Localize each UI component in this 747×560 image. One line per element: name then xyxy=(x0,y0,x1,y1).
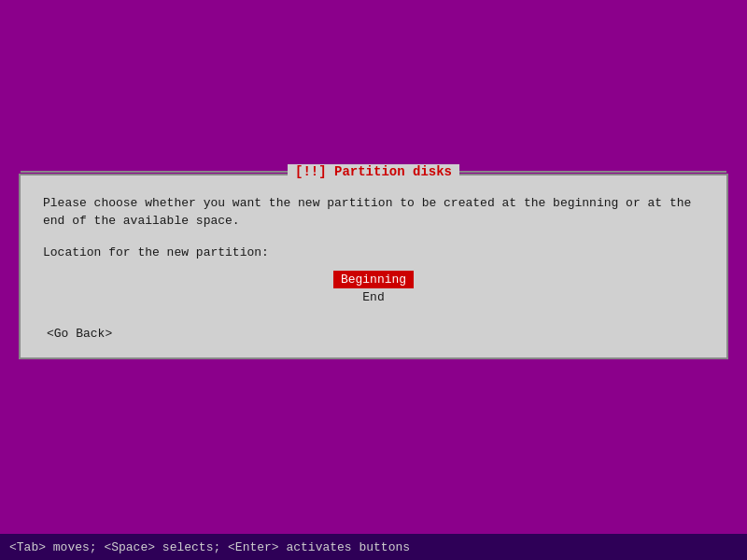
option-beginning[interactable]: Beginning xyxy=(333,271,414,288)
description-line2: end of the available space. xyxy=(43,214,240,228)
bottom-bar: <Tab> moves; <Space> selects; <Enter> ac… xyxy=(0,534,747,560)
bottom-bar-text: <Tab> moves; <Space> selects; <Enter> ac… xyxy=(9,540,410,554)
dialog-title: [!!] Partition disks xyxy=(288,164,459,179)
description-line1: Please choose whether you want the new p… xyxy=(43,196,691,210)
location-label: Location for the new partition: xyxy=(43,245,704,259)
options-list: Beginning End xyxy=(43,271,704,306)
title-line-left xyxy=(21,171,288,173)
title-line-right xyxy=(459,171,726,173)
go-back-button[interactable]: <Go Back> xyxy=(43,325,116,343)
dialog-window: [!!] Partition disks Please choose wheth… xyxy=(19,174,728,359)
option-end[interactable]: End xyxy=(336,288,411,306)
buttons-row: <Go Back> xyxy=(43,321,704,343)
description: Please choose whether you want the new p… xyxy=(43,194,704,231)
title-bar: [!!] Partition disks xyxy=(21,164,726,179)
dialog-content: Please choose whether you want the new p… xyxy=(21,175,726,357)
